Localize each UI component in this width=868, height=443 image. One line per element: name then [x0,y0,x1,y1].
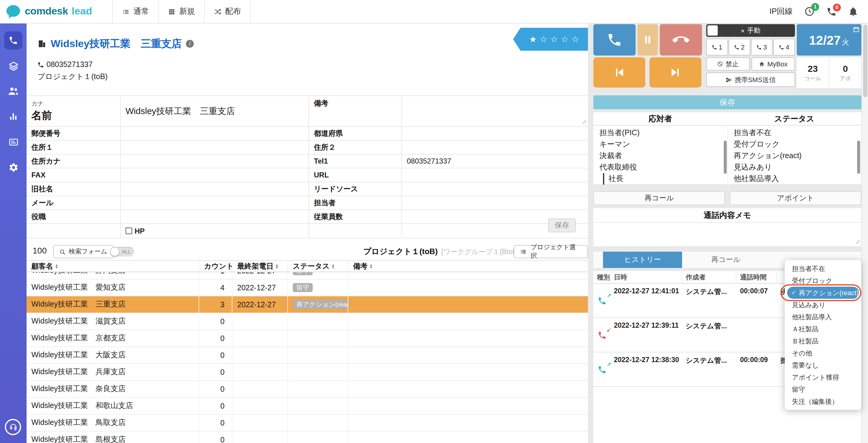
dropdown-option[interactable]: その他 [785,347,861,359]
scrollbar-thumb[interactable] [863,25,867,97]
form-save-button[interactable]: 保存 [548,219,576,232]
field-value-pic[interactable] [402,196,588,210]
sms-send-button[interactable]: 携帯SMS送信 [706,72,795,87]
status-option[interactable]: 担当者不在 [734,127,861,139]
line-4-button[interactable]: 4 [773,39,795,56]
hp-checkbox[interactable] [126,227,132,234]
field-value-zip[interactable] [121,127,309,140]
column-header-note[interactable]: 備考▲▼ [348,261,588,272]
status-option[interactable]: 他社製品導入 [734,173,861,185]
respondent-option[interactable]: 決裁者 [599,150,727,162]
missed-calls-button[interactable]: 0 [826,6,837,17]
project-select-button[interactable]: プロジェクト選択 [514,245,588,258]
dropdown-option[interactable]: 留守 [785,383,861,395]
pause-button[interactable] [638,24,658,56]
panel-save-button[interactable]: 保存 [593,95,861,109]
dropdown-option[interactable]: 担当者不在 [785,262,861,275]
customer-row[interactable]: Widsley技研工業 鳥取支店0 [27,415,588,432]
field-value-name[interactable]: Widsley技研工業 三重支店 [121,96,309,127]
customer-row[interactable]: Widsley技研工業 愛知支店42022-12-27留守 [27,279,588,296]
column-header-last-call[interactable]: 最終架電日▲▼ [232,261,288,272]
field-value-lead-source[interactable] [402,182,588,196]
status-option[interactable]: 見込みあり [734,162,861,173]
call-button[interactable] [593,24,636,56]
field-value-fax[interactable] [121,168,309,182]
resize-handle-icon[interactable] [854,239,860,244]
date-display[interactable]: 12/27 火 [797,24,861,56]
field-value-address2[interactable] [402,140,588,155]
respondent-option[interactable]: 代表取締役 [599,162,727,173]
support-button[interactable] [5,419,21,435]
info-icon[interactable]: i [186,40,194,48]
customer-row[interactable]: Widsley技研工業 滋賀支店0 [27,313,588,330]
app-logo[interactable]: comdesklead [0,4,112,19]
customer-row[interactable]: Widsley技研工業 大阪支店0 [27,347,588,364]
customer-row-selected[interactable]: Widsley技研工業 三重支店32022-12-27再アクション(react) [27,296,588,313]
dropdown-option[interactable]: アポイント獲得 [785,371,861,383]
scrollbar-thumb[interactable] [857,140,860,174]
call-history-button[interactable]: 1 [804,6,815,17]
sort-icon[interactable]: ▲▼ [55,263,58,269]
customer-row[interactable]: Widsley技研工業 静岡支店12022-12-27留守 [27,272,588,279]
customer-row[interactable]: Widsley技研工業 島根支店0 [27,432,588,443]
field-value-prefecture[interactable] [402,127,588,140]
manual-mode-bar[interactable]: × 手動 [706,24,795,37]
field-value-address-kana[interactable] [121,155,309,168]
line-2-button[interactable]: 2 [728,39,750,56]
sidebar-item-settings[interactable] [4,158,22,176]
close-icon[interactable]: × [741,27,745,34]
customer-row[interactable]: Widsley技研工業 京都支店0 [27,330,588,347]
sidebar-item-leads[interactable] [4,57,22,75]
skip-previous-button[interactable] [593,57,645,88]
customer-row[interactable]: Widsley技研工業 兵庫支店0 [27,364,588,381]
field-value-tel1[interactable]: 08035271337 [402,155,588,168]
tab-recall[interactable]: 再コール [682,252,770,268]
resize-handle-icon[interactable] [581,118,586,124]
customer-table-body[interactable]: Widsley技研工業 静岡支店12022-12-27留守 Widsley技研工… [27,272,588,443]
dropdown-option[interactable]: 需要なし [785,359,861,371]
sidebar-item-customers[interactable] [4,82,22,100]
scrollbar-thumb[interactable] [724,140,727,174]
status-option[interactable]: 受付ブロック [734,139,861,150]
field-value-url[interactable] [402,168,588,182]
respondent-option[interactable]: キーマン [599,139,727,150]
tab-history[interactable]: ヒストリー [603,252,682,268]
search-form-button[interactable]: 検索フォーム [53,245,114,258]
column-header-name[interactable]: 顧客名▲▼ [27,261,199,272]
field-value-mail[interactable] [121,196,309,210]
page-scrollbar[interactable] [861,24,868,443]
menu-item-normal[interactable]: 通常 [112,0,158,23]
rating-ribbon[interactable]: ★☆☆☆☆ [513,28,588,51]
customer-row[interactable]: Widsley技研工業 和歌山支店0 [27,398,588,415]
dropdown-option[interactable]: 受付ブロック [785,275,861,287]
column-header-count[interactable]: カウント▲▼ [199,261,232,272]
memo-textarea[interactable] [593,223,861,246]
field-value-position[interactable] [121,210,309,224]
dropdown-option[interactable]: Ｂ社製品 [785,335,861,347]
column-header-status[interactable]: ステータス▲▼ [288,261,348,272]
dropdown-option[interactable]: 失注（編集後） [785,395,861,407]
respondent-option[interactable]: 社長 [603,173,727,185]
mybox-button[interactable]: MyBox [751,57,795,71]
all-toggle[interactable]: ALL [110,247,134,256]
sidebar-item-call[interactable] [4,31,22,50]
notifications-bell-button[interactable] [848,6,858,17]
status-option[interactable]: 再アクション(react) [734,150,861,162]
hangup-button[interactable] [660,24,702,56]
respondent-option[interactable]: 担当者(PIC) [599,127,727,139]
appointment-button[interactable]: アポイント [730,191,861,205]
sidebar-item-analytics[interactable] [4,107,22,126]
skip-next-button[interactable] [650,57,702,88]
field-value-note[interactable] [402,96,588,127]
menu-item-new[interactable]: 新規 [158,0,204,23]
page-size-select[interactable]: 100 [33,246,47,255]
calendar-icon[interactable] [853,26,860,33]
dropdown-option[interactable]: 見込みあり [785,299,861,311]
sort-icon[interactable]: ▲▼ [275,263,279,269]
sort-icon[interactable]: ▲▼ [369,263,373,269]
dropdown-option-selected[interactable]: ✓ 再アクション(react) [787,287,859,299]
line-3-button[interactable]: 3 [751,39,773,56]
line-1-button[interactable]: 1 [706,39,728,56]
recall-button[interactable]: 再コール [593,191,725,205]
menu-item-distribute[interactable]: 配布 [204,0,250,23]
